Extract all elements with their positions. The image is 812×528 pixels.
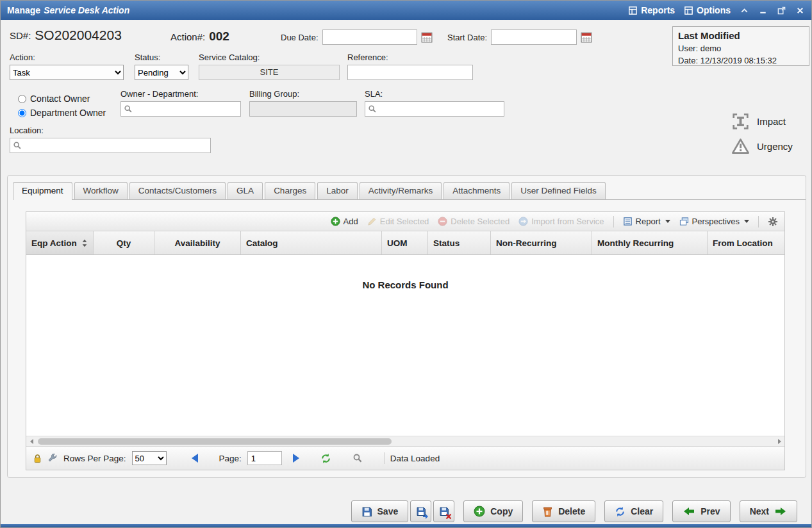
tab-labor[interactable]: Labor	[317, 182, 358, 199]
location-label: Location:	[10, 126, 211, 135]
grid-toolbar: Add Edit Selected Delete Selected Import…	[26, 212, 784, 231]
prev-button[interactable]: Prev	[672, 500, 730, 522]
tab-user-defined-fields[interactable]: User Defined Fields	[511, 182, 606, 199]
minimize-button[interactable]	[758, 6, 768, 15]
tab-equipment[interactable]: Equipment	[13, 182, 72, 200]
column-header-non-recurring[interactable]: Non-Recurring	[491, 231, 592, 254]
collapse-button[interactable]	[740, 6, 749, 15]
pager-separator	[384, 452, 385, 464]
impact-item[interactable]: Impact	[732, 113, 793, 130]
action-label: Action:	[10, 53, 124, 62]
page-number-input[interactable]	[247, 451, 282, 465]
column-header-status[interactable]: Status	[428, 231, 491, 254]
grid-settings-gear-icon[interactable]	[768, 217, 778, 227]
tab-workflow[interactable]: Workflow	[74, 182, 128, 199]
report-label: Report	[636, 217, 661, 226]
horizontal-scrollbar[interactable]	[26, 436, 784, 446]
delete-label: Delete	[558, 506, 585, 516]
column-header-qty[interactable]: Qty	[94, 231, 154, 254]
perspectives-caret-icon	[744, 220, 749, 223]
wrench-icon[interactable]	[48, 454, 58, 463]
rows-per-page-label: Rows Per Page:	[63, 454, 126, 463]
save-button[interactable]: Save	[351, 500, 409, 522]
popout-button[interactable]	[777, 6, 786, 15]
column-label: Monthly Recurring	[597, 238, 674, 248]
options-menu[interactable]: Options	[684, 5, 731, 15]
due-date-group: Due Date:	[281, 29, 433, 45]
grid-pager: Rows Per Page: 50 Page: Data Loaded	[26, 446, 784, 470]
column-header-monthly-recurring[interactable]: Monthly Recurring	[592, 231, 708, 254]
clear-label: Clear	[631, 506, 653, 516]
start-date-calendar-icon[interactable]	[581, 31, 592, 43]
clear-button[interactable]: Clear	[604, 500, 663, 522]
delete-button[interactable]: Delete	[532, 500, 595, 522]
perspectives-icon	[679, 217, 689, 226]
impact-urgency-group: Impact Urgency	[732, 113, 793, 163]
perspectives-label: Perspectives	[692, 217, 740, 226]
tab-strip: Equipment Workflow Contacts/Customers GL…	[13, 182, 806, 200]
location-input[interactable]	[10, 138, 211, 153]
tab-activity-remarks[interactable]: Activity/Remarks	[360, 182, 442, 199]
popout-icon	[777, 6, 786, 15]
reference-input[interactable]	[347, 65, 473, 80]
save-floppy-icon	[361, 506, 372, 517]
copy-button[interactable]: Copy	[463, 500, 523, 522]
status-select[interactable]: Pending	[135, 65, 188, 80]
main-panel: Equipment Workflow Contacts/Customers GL…	[7, 175, 806, 478]
urgency-item[interactable]: Urgency	[732, 138, 793, 155]
close-icon	[795, 6, 805, 15]
rows-per-page-select[interactable]: 50	[132, 451, 167, 465]
column-header-catalog[interactable]: Catalog	[241, 231, 382, 254]
reports-label: Reports	[641, 5, 675, 15]
location-search-icon[interactable]	[13, 141, 22, 150]
tab-contacts-customers[interactable]: Contacts/Customers	[129, 182, 226, 199]
save-and-close-button[interactable]	[433, 500, 454, 522]
scroll-right-button[interactable]	[774, 436, 784, 447]
grid-header-row: Eqp Action Qty Availability Catalog UOM …	[26, 231, 784, 255]
reports-menu[interactable]: Reports	[628, 5, 675, 15]
report-button[interactable]: Report	[623, 217, 670, 226]
column-header-eqp-action[interactable]: Eqp Action	[26, 231, 94, 254]
tab-attachments[interactable]: Attachments	[443, 182, 510, 199]
action-number: Action#: 002	[170, 29, 229, 44]
tab-charges[interactable]: Charges	[265, 182, 315, 199]
billing-group-label: Billing Group:	[249, 89, 357, 99]
due-date-input[interactable]	[322, 29, 417, 45]
import-from-service-button: Import from Service	[518, 217, 604, 226]
next-page-icon[interactable]	[293, 454, 299, 463]
column-label: Catalog	[246, 238, 278, 248]
prev-arrow-icon	[683, 506, 695, 516]
column-header-uom[interactable]: UOM	[382, 231, 428, 254]
tab-gla[interactable]: GLA	[228, 182, 263, 199]
scroll-left-button[interactable]	[26, 436, 37, 447]
options-label: Options	[697, 5, 731, 15]
add-button[interactable]: Add	[331, 217, 358, 226]
header-form: SD#: SO202004203 Action#: 002 Due Date: …	[1, 20, 811, 174]
previous-page-icon[interactable]	[192, 454, 198, 463]
department-owner-radio[interactable]	[18, 109, 26, 117]
minimize-icon	[758, 6, 768, 15]
lock-icon[interactable]	[33, 454, 42, 463]
close-button[interactable]	[795, 6, 805, 15]
due-date-calendar-icon[interactable]	[421, 31, 433, 43]
column-header-availability[interactable]: Availability	[154, 231, 241, 254]
last-modified-date: Date: 12/13/2019 08:15:32	[678, 55, 804, 67]
perspectives-button[interactable]: Perspectives	[679, 217, 749, 226]
refresh-icon[interactable]	[320, 453, 331, 464]
owner-department-input[interactable]	[120, 101, 241, 117]
next-button[interactable]: Next	[740, 500, 797, 522]
sla-input[interactable]	[365, 101, 504, 117]
action-select[interactable]: Task	[10, 65, 124, 80]
owner-department-search-icon[interactable]	[124, 104, 133, 113]
edit-selected-button: Edit Selected	[367, 217, 429, 226]
column-header-from-location[interactable]: From Location	[708, 231, 784, 254]
save-and-next-button[interactable]	[410, 500, 431, 522]
contact-owner-radio[interactable]	[18, 95, 26, 103]
page-label: Page:	[219, 454, 242, 463]
status-field: Status: Pending	[135, 53, 188, 80]
start-date-input[interactable]	[491, 29, 577, 45]
sla-search-icon[interactable]	[368, 104, 377, 113]
scrollbar-thumb[interactable]	[38, 438, 392, 445]
urgency-label: Urgency	[757, 141, 793, 152]
grid-search-icon[interactable]	[352, 453, 363, 463]
